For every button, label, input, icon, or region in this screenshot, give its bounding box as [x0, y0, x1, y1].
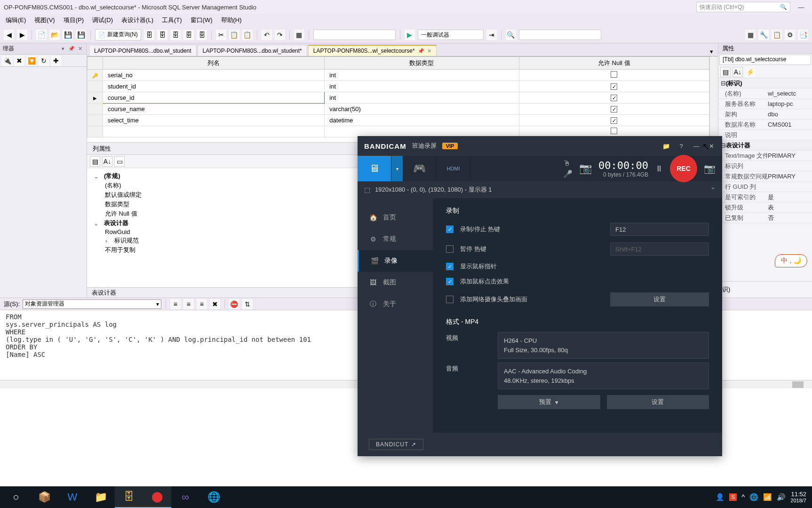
- database-combo[interactable]: [313, 30, 396, 40]
- add-icon[interactable]: ✚: [51, 56, 61, 66]
- save-all-icon[interactable]: 💾: [76, 30, 86, 40]
- cut-icon[interactable]: ✂: [216, 30, 226, 40]
- dropdown-icon[interactable]: ▾: [59, 45, 67, 53]
- primary-key-icon[interactable]: [88, 70, 103, 81]
- taskbar-wps-icon[interactable]: W: [58, 486, 87, 508]
- new-icon[interactable]: 📄: [36, 30, 47, 40]
- checkbox-record-hotkey[interactable]: ✓: [446, 226, 454, 233]
- close-icon[interactable]: ✕: [76, 45, 84, 53]
- filter-icon[interactable]: 🔽: [26, 56, 37, 66]
- col-name-cell[interactable]: select_time: [103, 115, 325, 126]
- find-icon[interactable]: 🔍: [506, 30, 516, 40]
- prop-replicate-value[interactable]: 否: [768, 214, 812, 222]
- db-icon-5[interactable]: 🗄: [197, 30, 207, 40]
- menu-edit[interactable]: 编辑(E): [2, 15, 30, 25]
- toolbox-icon-3[interactable]: 📋: [772, 30, 782, 40]
- checkbox-show-cursor[interactable]: ✓: [446, 263, 454, 270]
- toolbox-icon-5[interactable]: 📑: [798, 30, 808, 40]
- screenshot-icon[interactable]: 📷: [704, 163, 716, 174]
- prop-textimg-value[interactable]: PRIMARY: [768, 152, 812, 159]
- prop-schema-value[interactable]: dbo: [768, 111, 812, 118]
- prop-server-value[interactable]: laptop-pc: [768, 100, 812, 107]
- categorized-icon[interactable]: ▤: [90, 156, 100, 167]
- tray-up-icon[interactable]: ^: [741, 493, 745, 501]
- prop-indexable-value[interactable]: 是: [768, 193, 812, 202]
- db-icon-2[interactable]: 🗄: [157, 30, 167, 40]
- taskbar-explorer-icon[interactable]: 📁: [87, 486, 115, 508]
- col-null-cell[interactable]: [519, 104, 709, 115]
- col-name-cell[interactable]: student_id: [103, 81, 325, 92]
- column-grid[interactable]: 列名 数据类型 允许 Null 值 serial_no int student_…: [87, 56, 709, 142]
- vertical-scrollbar[interactable]: [709, 56, 718, 142]
- bandicam-titlebar[interactable]: BANDICAM 班迪录屏 VIP 📁 ? — ✕: [358, 136, 722, 156]
- sort-icon[interactable]: A↓: [102, 156, 112, 167]
- nav-about[interactable]: ⓘ关于: [358, 293, 433, 315]
- back-icon[interactable]: ◀: [4, 30, 14, 40]
- webcam-toggle-icon[interactable]: 📷: [579, 162, 592, 175]
- header-column-name[interactable]: 列名: [103, 57, 325, 70]
- taskbar-vm-icon[interactable]: 📦: [30, 486, 58, 508]
- header-data-type[interactable]: 数据类型: [325, 57, 519, 70]
- menu-project[interactable]: 项目(P): [60, 15, 88, 25]
- output-tool-4[interactable]: ✖: [210, 299, 220, 309]
- col-name-cell[interactable]: course_name: [103, 104, 325, 115]
- undo-icon[interactable]: ↶: [262, 30, 272, 40]
- input-pause-hotkey[interactable]: Shift+F12: [610, 242, 709, 256]
- db-icon-4[interactable]: 🗄: [183, 30, 194, 40]
- screen-mode-icon[interactable]: 🖥: [358, 156, 391, 181]
- events-icon[interactable]: ⚡: [745, 67, 755, 77]
- pin-icon[interactable]: 📌: [418, 48, 424, 54]
- db-icon-3[interactable]: 🗄: [170, 30, 181, 40]
- pin-icon[interactable]: 📌: [68, 45, 75, 53]
- minimize-button[interactable]: —: [794, 2, 808, 12]
- expand-icon[interactable]: ›: [103, 237, 110, 244]
- row-selector[interactable]: [88, 104, 103, 115]
- row-selector[interactable]: [88, 126, 103, 137]
- tab-wl-student-2[interactable]: LAPTOP-PONFM80S...dbo.wl_student*: [198, 45, 307, 56]
- collapse-icon[interactable]: ⊟: [720, 80, 726, 87]
- output-toggle-icon[interactable]: ⇅: [242, 299, 253, 309]
- mic-toggle-icon[interactable]: 🖱🎤: [563, 159, 573, 178]
- col-name-cell[interactable]: course_id: [103, 92, 325, 104]
- input-record-hotkey[interactable]: F12: [610, 223, 709, 236]
- device-mode-icon[interactable]: HDMI: [437, 156, 470, 181]
- col-null-cell[interactable]: [519, 115, 709, 126]
- nav-home[interactable]: 🏠首页: [358, 207, 433, 228]
- output-clear-icon[interactable]: ⛔: [229, 299, 239, 309]
- tray-wifi-icon[interactable]: 📶: [763, 493, 772, 501]
- help-icon[interactable]: ?: [677, 142, 685, 150]
- checkbox-webcam-overlay[interactable]: [446, 296, 454, 303]
- output-tool-2[interactable]: ≡: [183, 299, 194, 309]
- col-type-cell[interactable]: int: [325, 70, 519, 81]
- taskbar-bandicam-icon[interactable]: ⬤: [143, 486, 171, 508]
- col-null-cell[interactable]: [519, 126, 709, 137]
- col-type-cell[interactable]: int: [325, 92, 519, 104]
- taskbar-ssms-icon[interactable]: 🗄: [115, 486, 143, 508]
- screen-mode-dropdown[interactable]: ▾: [391, 156, 403, 181]
- quick-launch-input[interactable]: 快速启动 (Ctrl+Q) 🔍: [696, 2, 790, 12]
- find-combo[interactable]: [519, 30, 601, 40]
- checkbox-click-effect[interactable]: ✓: [446, 278, 454, 285]
- taskbar-browser-icon[interactable]: 🌐: [199, 486, 228, 508]
- header-allow-null[interactable]: 允许 Null 值: [519, 57, 709, 70]
- copy-icon[interactable]: 📋: [229, 30, 239, 40]
- collapse-icon[interactable]: ⌄: [93, 220, 99, 227]
- collapse-icon[interactable]: ⌄: [93, 173, 99, 180]
- refresh-icon[interactable]: ↻: [39, 56, 49, 66]
- scrollbar-thumb[interactable]: [792, 381, 804, 388]
- col-name-cell[interactable]: [103, 126, 325, 137]
- record-button[interactable]: REC: [670, 155, 697, 182]
- resolution-bar[interactable]: ⬚ 1920x1080 - (0, 0), (1920, 1080) - 显示器…: [358, 181, 722, 198]
- execute-icon[interactable]: ▶: [405, 30, 415, 40]
- pause-icon[interactable]: ⏸: [655, 164, 663, 174]
- db-icon[interactable]: 🗄: [144, 30, 154, 40]
- open-icon[interactable]: 📂: [49, 30, 60, 40]
- checkbox-pause-hotkey[interactable]: [446, 245, 454, 253]
- menu-tools[interactable]: 工具(T): [158, 15, 186, 25]
- col-null-cell[interactable]: [519, 92, 709, 104]
- tray-people-icon[interactable]: 👤: [716, 493, 724, 501]
- col-type-cell[interactable]: int: [325, 81, 519, 92]
- output-source-combo[interactable]: 对象资源管理器 ▾: [23, 299, 161, 309]
- tray-clock[interactable]: 11:52 2018/7: [790, 491, 806, 503]
- output-tool-3[interactable]: ≡: [197, 299, 207, 309]
